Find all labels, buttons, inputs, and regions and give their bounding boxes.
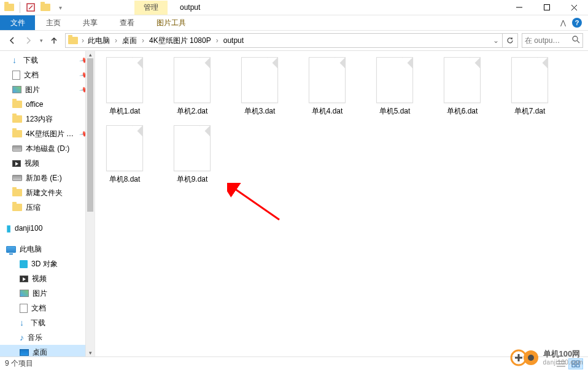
sidebar-item-video2[interactable]: 视频: [0, 271, 95, 286]
file-item[interactable]: 单机3.dat: [235, 57, 284, 117]
video-icon: [12, 160, 21, 167]
file-name: 单机5.dat: [370, 106, 419, 117]
sidebar-item-office[interactable]: office: [0, 97, 95, 112]
file-view[interactable]: 单机1.dat 单机2.dat 单机3.dat 单机4.dat 单机5.dat …: [95, 51, 588, 357]
watermark-title: 单机100网: [543, 350, 583, 358]
sidebar-item-label: 下载: [31, 318, 45, 328]
svg-rect-2: [544, 5, 549, 10]
file-item[interactable]: 单机6.dat: [438, 57, 487, 117]
sidebar-item-music[interactable]: ♪音乐: [0, 330, 95, 345]
file-name: 单机2.dat: [168, 106, 217, 117]
help-icon[interactable]: ?: [572, 18, 582, 28]
drive-icon: [12, 145, 22, 152]
breadcrumb-thispc[interactable]: 此电脑: [85, 35, 112, 47]
breadcrumb-folder2[interactable]: output: [221, 36, 246, 45]
sidebar-item-label: 新加卷 (E:): [26, 173, 62, 183]
folder-icon: [12, 189, 22, 196]
sidebar-item-label: 下载: [23, 55, 38, 66]
qat-properties-icon[interactable]: [24, 1, 37, 14]
sidebar-item-video[interactable]: 视频: [0, 156, 95, 171]
sidebar-item-thispc[interactable]: 此电脑: [0, 242, 95, 256]
tab-file[interactable]: 文件: [0, 15, 35, 30]
svg-line-6: [233, 188, 279, 220]
tab-picture-tools[interactable]: 图片工具: [145, 15, 197, 30]
file-thumbnail-icon: [174, 125, 211, 171]
title-bar: ▾ 管理 output: [0, 0, 588, 15]
scroll-down-icon[interactable]: ▾: [86, 349, 95, 357]
sidebar-item-danji100[interactable]: ▮danji100: [0, 221, 95, 236]
minimize-button[interactable]: [505, 0, 533, 15]
scrollbar-thumb[interactable]: [87, 58, 93, 212]
nav-up-button[interactable]: [47, 33, 61, 48]
window-title: output: [180, 3, 200, 12]
file-item[interactable]: 单机5.dat: [370, 57, 419, 117]
file-name: 单机1.dat: [100, 106, 149, 117]
search-icon[interactable]: [572, 36, 580, 45]
content-area: 下载📌 文档📌 图片📌 office 123内容 4K壁纸图片 …📌 本地磁盘 …: [0, 51, 588, 357]
qat-customize-dropdown[interactable]: ▾: [53, 1, 67, 14]
sidebar-item-drive-d[interactable]: 本地磁盘 (D:): [0, 141, 95, 156]
sidebar-item-label: 压缩: [26, 202, 41, 213]
sidebar-item-pictures[interactable]: 图片📌: [0, 82, 95, 97]
sidebar-item-downloads2[interactable]: 下载: [0, 315, 95, 330]
file-item[interactable]: 单机2.dat: [168, 57, 217, 117]
file-thumbnail-icon: [511, 57, 548, 103]
qat-folder-icon[interactable]: [2, 1, 16, 14]
sidebar-item-newfolder[interactable]: 新建文件夹: [0, 185, 95, 200]
breadcrumb-chevron-icon[interactable]: ›: [141, 36, 145, 45]
tab-home[interactable]: 主页: [35, 15, 72, 30]
window-controls: [505, 0, 588, 15]
ribbon-expand-icon[interactable]: ⋀: [560, 19, 566, 27]
sidebar-item-123[interactable]: 123内容: [0, 112, 95, 126]
close-button[interactable]: [560, 0, 588, 15]
file-item[interactable]: 单机8.dat: [100, 125, 149, 185]
address-bar[interactable]: › 此电脑 › 桌面 › 4K壁纸图片 1080P › output ⌄: [65, 33, 518, 48]
tab-share[interactable]: 共享: [72, 15, 109, 30]
breadcrumb-folder1[interactable]: 4K壁纸图片 1080P: [147, 35, 214, 47]
nav-forward-button[interactable]: [21, 33, 36, 48]
scroll-up-icon[interactable]: ▴: [86, 51, 95, 58]
qat-newfolder-icon[interactable]: [39, 1, 52, 14]
file-thumbnail-icon: [444, 57, 481, 103]
nav-history-dropdown[interactable]: ▾: [37, 33, 45, 48]
file-thumbnail-icon: [174, 57, 211, 103]
breadcrumb-chevron-icon[interactable]: ›: [114, 36, 118, 45]
sidebar-item-label: 文档: [31, 303, 46, 314]
sidebar-item-label: 本地磁盘 (D:): [26, 144, 69, 154]
document-icon: [20, 304, 28, 313]
nav-back-button[interactable]: [5, 33, 20, 48]
maximize-button[interactable]: [533, 0, 560, 15]
sidebar-item-documents2[interactable]: 文档: [0, 301, 95, 315]
breadcrumb-chevron-icon[interactable]: ›: [80, 36, 85, 45]
sidebar-item-label: 图片: [33, 288, 47, 299]
file-name: 单机8.dat: [100, 174, 149, 185]
file-item[interactable]: 单机4.dat: [303, 57, 352, 117]
address-folder-icon: [68, 37, 78, 44]
svg-point-3: [573, 36, 578, 41]
cloud-icon: ▮: [6, 223, 11, 234]
search-input[interactable]: [525, 36, 570, 45]
search-box[interactable]: [522, 33, 583, 48]
sidebar-item-downloads[interactable]: 下载📌: [0, 53, 95, 67]
file-name: 单机6.dat: [438, 106, 487, 117]
sidebar-item-label: 文档: [24, 70, 39, 80]
sidebar-item-4k[interactable]: 4K壁纸图片 …📌: [0, 126, 95, 141]
sidebar-item-pictures2[interactable]: 图片: [0, 286, 95, 301]
contextual-tab-header: 管理: [134, 1, 168, 15]
file-item[interactable]: 单机1.dat: [100, 57, 149, 117]
sidebar-item-label: 视频: [32, 274, 47, 284]
sidebar-item-3dobjects[interactable]: 3D 对象: [0, 256, 95, 271]
sidebar-scrollbar[interactable]: ▴ ▾: [85, 51, 95, 357]
tab-view[interactable]: 查看: [109, 15, 145, 30]
address-dropdown-icon[interactable]: ⌄: [490, 34, 501, 47]
file-item[interactable]: 单机9.dat: [168, 125, 217, 185]
sidebar-item-drive-e[interactable]: 新加卷 (E:): [0, 171, 95, 185]
sidebar-item-desktop[interactable]: 桌面: [0, 345, 95, 357]
breadcrumb-desktop[interactable]: 桌面: [120, 35, 139, 47]
drive-icon: [12, 175, 22, 181]
sidebar-item-zip[interactable]: 压缩: [0, 200, 95, 215]
file-item[interactable]: 单机7.dat: [505, 57, 554, 117]
sidebar-item-documents[interactable]: 文档📌: [0, 67, 95, 82]
breadcrumb-chevron-icon[interactable]: ›: [215, 36, 220, 45]
refresh-button[interactable]: [502, 33, 518, 48]
